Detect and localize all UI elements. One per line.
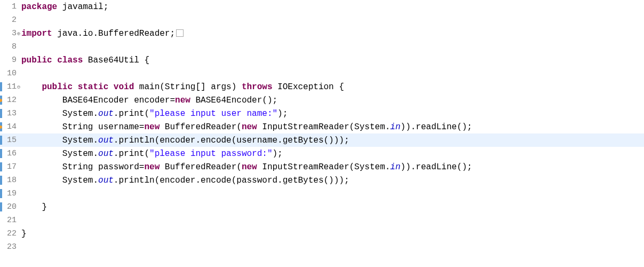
change-marker: [0, 176, 2, 185]
code-content[interactable]: String password=new BufferedReader(new I…: [18, 162, 472, 172]
line-number: 21: [0, 216, 18, 225]
code-line[interactable]: 11⊖ public static void main(String[] arg…: [0, 80, 644, 93]
code-line[interactable]: 2: [0, 13, 644, 27]
code-content[interactable]: BASE64Encoder encoder=new BASE64Encoder(…: [18, 96, 277, 105]
code-line[interactable]: 22 }: [0, 227, 644, 240]
code-line[interactable]: 3⊕ import java.io.BufferedReader;: [0, 27, 644, 40]
code-content[interactable]: package javamail;: [18, 2, 108, 12]
code-content[interactable]: import java.io.BufferedReader;: [18, 29, 184, 38]
line-number: 19: [0, 189, 18, 198]
code-line[interactable]: 18 System.out.println(encoder.encode(pas…: [0, 174, 644, 187]
code-line[interactable]: 21: [0, 214, 644, 227]
code-content[interactable]: }: [18, 202, 47, 212]
change-marker: [0, 162, 2, 171]
code-line[interactable]: 16 System.out.print("please input passwo…: [0, 147, 644, 160]
code-content[interactable]: System.out.print("please input password:…: [18, 149, 283, 159]
line-number: 14: [0, 122, 18, 131]
code-editor[interactable]: 1 package javamail; 2 3⊕ import java.io.…: [0, 0, 644, 254]
change-marker: [0, 149, 2, 158]
code-content[interactable]: public class Base64Util {: [18, 56, 149, 65]
line-number: 8: [0, 42, 18, 51]
code-content[interactable]: System.out.println(encoder.encode(passwo…: [18, 176, 349, 185]
code-content[interactable]: String username=new BufferedReader(new I…: [18, 122, 472, 132]
fold-expand-icon[interactable]: ⊕: [17, 30, 20, 37]
code-line[interactable]: 12 BASE64Encoder encoder=new BASE64Encod…: [0, 93, 644, 107]
code-line[interactable]: 10: [0, 67, 644, 80]
code-content[interactable]: System.out.print("please input user name…: [18, 109, 288, 119]
code-content[interactable]: public static void main(String[] args) t…: [18, 82, 344, 92]
line-number: 12: [0, 96, 18, 105]
code-line-current[interactable]: 15 System.out.println(encoder.encode(use…: [0, 134, 644, 147]
line-number: 22: [0, 229, 18, 238]
change-marker: [0, 109, 2, 118]
change-marker: [0, 202, 2, 211]
line-number: 18: [0, 176, 18, 185]
change-marker: [0, 136, 2, 145]
line-number: 13: [0, 109, 18, 118]
code-line[interactable]: 9 public class Base64Util {: [0, 53, 644, 67]
line-number: 23: [0, 242, 18, 252]
folded-code-icon[interactable]: [176, 29, 184, 37]
code-line[interactable]: 23: [0, 240, 644, 254]
line-number: 3⊕: [0, 29, 18, 38]
code-line[interactable]: 17 String password=new BufferedReader(ne…: [0, 160, 644, 174]
line-number: 20: [0, 202, 18, 211]
change-marker: [0, 189, 2, 198]
line-number: 9: [0, 56, 18, 65]
code-line[interactable]: 13 System.out.print("please input user n…: [0, 107, 644, 120]
code-line[interactable]: 8: [0, 40, 644, 53]
fold-collapse-icon[interactable]: ⊖: [17, 84, 20, 90]
code-content[interactable]: }: [18, 229, 27, 239]
line-number: 2: [0, 15, 18, 25]
line-number: 16: [0, 149, 18, 158]
code-line[interactable]: 14 String username=new BufferedReader(ne…: [0, 120, 644, 134]
code-line[interactable]: 20 }: [0, 200, 644, 214]
line-number: 15: [0, 136, 18, 145]
code-line[interactable]: 19: [0, 187, 644, 200]
code-line[interactable]: 1 package javamail;: [0, 0, 644, 13]
code-content[interactable]: System.out.println(encoder.encode(userna…: [18, 136, 349, 145]
line-number: 10: [0, 69, 18, 78]
change-marker: [0, 82, 2, 91]
line-number: 11⊖: [0, 82, 18, 91]
line-number: 1: [0, 2, 18, 11]
line-number: 17: [0, 162, 18, 171]
